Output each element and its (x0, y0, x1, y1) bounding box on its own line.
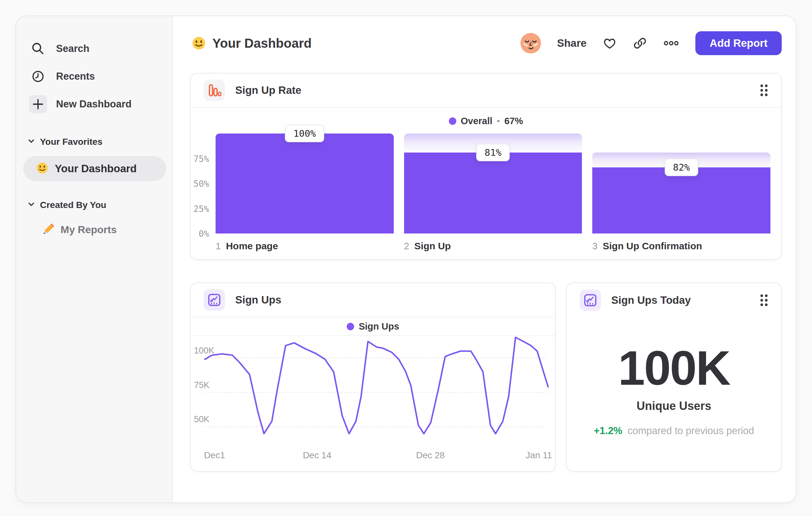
funnel-value-tooltip: 100% (285, 125, 324, 142)
card-header: Sign Up Rate (191, 74, 781, 108)
card-header: Sign Ups (191, 283, 555, 317)
main-content: Your Dashboard Share Add Repor (173, 16, 796, 503)
add-report-button[interactable]: Add Report (695, 31, 782, 55)
line-chart-icon (580, 290, 601, 311)
legend-dot (449, 117, 456, 125)
sidebar-item-your-dashboard[interactable]: Your Dashboard (23, 156, 166, 181)
line-legend: Sign Ups (191, 317, 555, 336)
funnel-chart: 75% 50% 25% 0% 100% 81% (215, 134, 771, 234)
sidebar-item-label: New Dashboard (56, 98, 132, 110)
header-actions: Share Add Report (520, 31, 782, 55)
line-x-axis: Dec1 Dec 14 Dec 28 Jan 11 (205, 450, 548, 462)
delta-badge: +1.2% (594, 425, 622, 437)
funnel-bar-solid (215, 134, 394, 234)
card-title: Sign Ups Today (611, 294, 691, 306)
signups-line-svg (205, 336, 548, 442)
legend-value: 67% (504, 116, 523, 127)
sidebar-item-label: My Reports (61, 224, 117, 236)
funnel-legend: Overall • 67% (191, 113, 781, 128)
step-name: Sign Up Confirmation (603, 241, 702, 251)
sidebar-item-label: Your Dashboard (55, 163, 137, 175)
more-options-icon[interactable] (663, 40, 679, 46)
user-avatar[interactable] (520, 33, 541, 54)
sidebar-item-label: Recents (56, 71, 95, 82)
step-number: 3 (592, 241, 598, 251)
y-axis-tick: 25% (193, 203, 215, 214)
smiley-emoji-icon (36, 162, 48, 175)
funnel-x-axis: 1 Home page 2 Sign Up 3 Sign Up Confirma… (215, 241, 771, 251)
legend-label: Sign Ups (359, 321, 399, 332)
y-axis-tick: 75% (193, 154, 215, 164)
card-title: Sign Ups (235, 294, 281, 306)
step-number: 1 (215, 241, 221, 251)
step-name: Sign Up (414, 241, 451, 251)
y-axis-tick: 0% (199, 229, 215, 239)
favorite-heart-icon[interactable] (603, 36, 617, 50)
drag-handle-icon[interactable] (760, 294, 768, 307)
x-axis-tick: Dec1 (204, 450, 225, 461)
funnel-value-tooltip: 81% (476, 144, 510, 161)
page-title: Your Dashboard (212, 36, 312, 51)
dashboard-header: Your Dashboard Share Add Repor (192, 30, 782, 56)
screen: Search Recents New Dashboard Your Favori… (0, 0, 812, 516)
x-axis-tick: Dec 28 (416, 450, 445, 461)
funnel-bar-home-page: 100% (215, 134, 394, 234)
chevron-down-icon (28, 139, 35, 145)
app-window: Search Recents New Dashboard Your Favori… (16, 16, 796, 503)
sidebar-item-label: Search (56, 43, 89, 55)
sign-up-rate-card: Sign Up Rate Overall • 67% 75% 50% 25% 0… (190, 73, 782, 260)
sign-ups-line-chart: 100K 75K 50K (205, 336, 548, 442)
x-axis-tick: Dec 14 (303, 450, 331, 461)
sidebar-section-your-favorites[interactable]: Your Favorites (28, 135, 166, 149)
sign-ups-card: Sign Ups Sign Ups 100K 75K 50K Dec1 (190, 282, 556, 472)
pencil-emoji-icon (42, 223, 55, 236)
metric-value: 100K (618, 344, 730, 392)
metric-label: Unique Users (636, 399, 711, 413)
share-button[interactable]: Share (557, 37, 587, 49)
sidebar-item-new-dashboard[interactable]: New Dashboard (23, 90, 166, 118)
section-title: Created By You (40, 200, 106, 210)
funnel-step-label: 2 Sign Up (404, 241, 582, 251)
funnel-bar-solid (404, 153, 582, 234)
metric-delta-row: +1.2% compared to previous period (594, 425, 754, 437)
card-title: Sign Up Rate (235, 84, 301, 97)
legend-separator: • (497, 116, 500, 126)
funnel-value-tooltip: 82% (664, 159, 698, 176)
legend-dot (347, 323, 354, 330)
funnel-bar-solid (592, 167, 771, 234)
sidebar-item-my-reports[interactable]: My Reports (42, 221, 166, 239)
funnel-bar-sign-up: 81% (404, 134, 582, 234)
chevron-down-icon (28, 202, 35, 208)
section-title: Your Favorites (40, 137, 103, 147)
sidebar: Search Recents New Dashboard Your Favori… (16, 16, 173, 503)
drag-handle-icon[interactable] (760, 84, 768, 97)
funnel-step-label: 3 Sign Up Confirmation (592, 241, 771, 251)
card-header: Sign Ups Today (567, 283, 781, 317)
sidebar-item-recents[interactable]: Recents (23, 62, 166, 90)
sidebar-section-created-by-you[interactable]: Created By You (28, 198, 166, 212)
copy-link-icon[interactable] (633, 36, 647, 50)
clock-icon (29, 67, 47, 85)
smiley-emoji-icon (192, 36, 206, 50)
funnel-step-label: 1 Home page (215, 241, 394, 251)
sidebar-item-search[interactable]: Search (23, 35, 166, 62)
funnel-bar-sign-up-confirmation: 82% (592, 134, 771, 234)
metric-body: 100K Unique Users +1.2% compared to prev… (567, 317, 781, 437)
search-icon (29, 40, 47, 58)
plus-icon (29, 95, 47, 113)
step-name: Home page (226, 241, 278, 251)
line-chart-icon (204, 289, 225, 310)
funnel-chart-icon (204, 80, 225, 101)
delta-note: compared to previous period (627, 425, 754, 437)
dashboard-row-2: Sign Ups Sign Ups 100K 75K 50K Dec1 (190, 282, 782, 472)
legend-label: Overall (461, 116, 492, 127)
x-axis-tick: Jan 11 (526, 450, 552, 461)
y-axis-tick: 50% (193, 179, 215, 189)
sign-ups-today-card: Sign Ups Today 100K Unique Users +1.2% c… (566, 282, 782, 472)
step-number: 2 (404, 241, 409, 251)
